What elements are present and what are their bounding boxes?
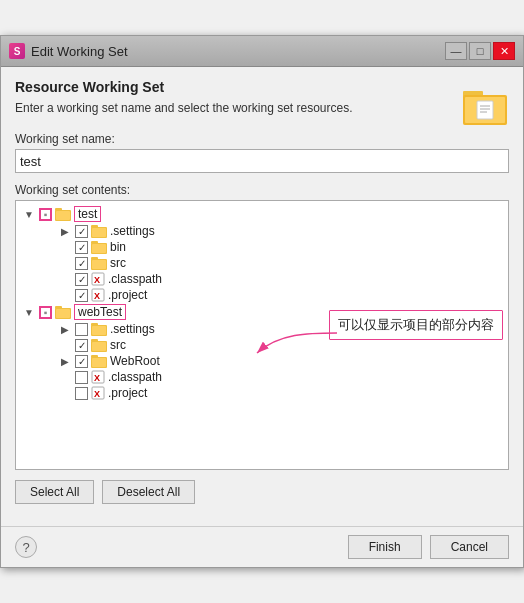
working-set-name-input[interactable] (15, 149, 509, 173)
tree-row-test-settings[interactable]: ▶ ✓ .settings (18, 223, 506, 239)
close-button[interactable]: ✕ (493, 42, 515, 60)
svg-rect-16 (92, 244, 106, 253)
tree-row-webtest-project[interactable]: ▶ X .project (18, 385, 506, 401)
checkbox-test[interactable]: ▪ (39, 208, 52, 221)
label-test-bin: bin (110, 240, 126, 254)
title-bar: S Edit Working Set — □ ✕ (1, 36, 523, 67)
tree-container: ▼ ▪ test ▶ ✓ (15, 200, 509, 470)
svg-text:X: X (94, 291, 100, 301)
svg-rect-32 (92, 342, 106, 351)
label-webtest-src: src (110, 338, 126, 352)
cancel-button[interactable]: Cancel (430, 535, 509, 559)
footer-action-buttons: Finish Cancel (348, 535, 509, 559)
checkbox-webtest-classpath[interactable] (75, 371, 88, 384)
app-icon: S (9, 43, 25, 59)
section-title: Resource Working Set (15, 79, 451, 95)
svg-rect-31 (91, 339, 98, 342)
tree-row-test[interactable]: ▼ ▪ test (18, 205, 506, 223)
tree-row-test-src[interactable]: ▶ ✓ src (18, 255, 506, 271)
svg-rect-18 (91, 257, 98, 260)
section-description: Enter a working set name and select the … (15, 101, 451, 115)
label-test-src: src (110, 256, 126, 270)
annotation-container: 可以仅显示项目的部分内容 (329, 310, 503, 340)
tree-row-test-bin[interactable]: ▶ ✓ bin (18, 239, 506, 255)
svg-rect-10 (56, 211, 70, 220)
expand-test[interactable]: ▼ (22, 207, 36, 221)
svg-text:X: X (94, 275, 100, 285)
dialog-title: Edit Working Set (31, 44, 128, 59)
svg-rect-28 (91, 323, 98, 326)
label-test: test (74, 206, 101, 222)
select-all-button[interactable]: Select All (15, 480, 94, 504)
svg-rect-4 (477, 101, 493, 119)
svg-rect-19 (92, 260, 106, 269)
annotation-box: 可以仅显示项目的部分内容 (329, 310, 503, 340)
checkbox-webtest-settings[interactable] (75, 323, 88, 336)
label-test-classpath: .classpath (108, 272, 162, 286)
label-webtest-classpath: .classpath (108, 370, 162, 384)
svg-rect-26 (56, 309, 70, 318)
selection-buttons-row: Select All Deselect All (15, 480, 509, 504)
svg-text:X: X (94, 389, 100, 399)
svg-rect-9 (55, 208, 62, 211)
checkbox-test-bin[interactable]: ✓ (75, 241, 88, 254)
title-bar-left: S Edit Working Set (9, 43, 128, 59)
expand-webtest-settings[interactable]: ▶ (58, 322, 72, 336)
header-section: Resource Working Set Enter a working set… (15, 79, 509, 132)
header-text: Resource Working Set Enter a working set… (15, 79, 451, 127)
dialog-body: Resource Working Set Enter a working set… (1, 67, 523, 526)
label-webtest-webroot: WebRoot (110, 354, 160, 368)
minimize-button[interactable]: — (445, 42, 467, 60)
folder-icon-large (461, 81, 509, 132)
svg-rect-35 (92, 358, 106, 367)
svg-rect-15 (91, 241, 98, 244)
checkbox-test-project[interactable]: ✓ (75, 289, 88, 302)
tree-row-test-project[interactable]: ▶ ✓ X .project (18, 287, 506, 303)
checkbox-webtest-project[interactable] (75, 387, 88, 400)
checkbox-webtest-webroot[interactable]: ✓ (75, 355, 88, 368)
maximize-button[interactable]: □ (469, 42, 491, 60)
checkbox-test-settings[interactable]: ✓ (75, 225, 88, 238)
checkbox-webtest-src[interactable]: ✓ (75, 339, 88, 352)
label-webtest: webTest (74, 304, 126, 320)
checkbox-test-src[interactable]: ✓ (75, 257, 88, 270)
svg-rect-34 (91, 355, 98, 358)
finish-button[interactable]: Finish (348, 535, 422, 559)
svg-rect-12 (91, 225, 98, 228)
svg-rect-13 (92, 228, 106, 237)
label-webtest-project: .project (108, 386, 147, 400)
expand-webtest-webroot[interactable]: ▶ (58, 354, 72, 368)
checkbox-test-classpath[interactable]: ✓ (75, 273, 88, 286)
label-webtest-settings: .settings (110, 322, 155, 336)
working-set-contents-label: Working set contents: (15, 183, 509, 197)
checkbox-webtest[interactable]: ▪ (39, 306, 52, 319)
label-test-project: .project (108, 288, 147, 302)
expand-webtest[interactable]: ▼ (22, 305, 36, 319)
svg-rect-29 (92, 326, 106, 335)
expand-test-settings[interactable]: ▶ (58, 224, 72, 238)
edit-working-set-dialog: S Edit Working Set — □ ✕ Resource Workin… (0, 35, 524, 568)
annotation-arrow (249, 328, 339, 358)
tree-row-test-classpath[interactable]: ▶ ✓ X .classpath (18, 271, 506, 287)
window-controls: — □ ✕ (445, 42, 515, 60)
svg-text:X: X (94, 373, 100, 383)
label-test-settings: .settings (110, 224, 155, 238)
tree-row-webtest-classpath[interactable]: ▶ X .classpath (18, 369, 506, 385)
help-icon: ? (22, 540, 29, 555)
annotation-text: 可以仅显示项目的部分内容 (338, 317, 494, 332)
svg-rect-25 (55, 306, 62, 309)
working-set-name-label: Working set name: (15, 132, 509, 146)
deselect-all-button[interactable]: Deselect All (102, 480, 195, 504)
dialog-footer: ? Finish Cancel (1, 526, 523, 567)
help-button[interactable]: ? (15, 536, 37, 558)
